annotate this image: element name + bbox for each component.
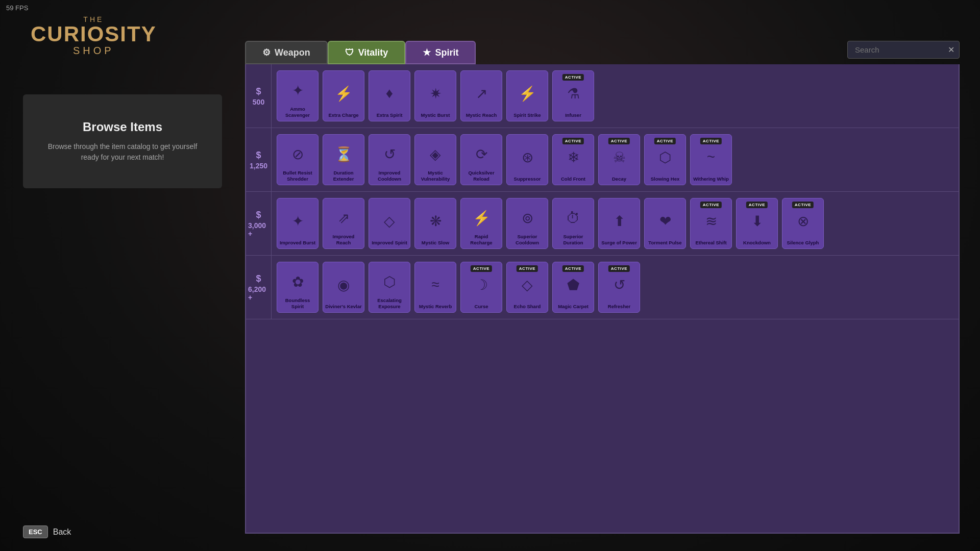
search-close-icon[interactable]: ✕	[948, 45, 954, 55]
item-card-boundless-spirit[interactable]: ✿Boundless Spirit	[277, 262, 318, 313]
item-card-mystic-vulnerability[interactable]: ◈Mystic Vulnerability	[414, 134, 456, 185]
item-icon-area: ⊚	[507, 198, 548, 234]
price-value: 1,250	[250, 162, 267, 170]
item-icon-area: ⚡	[323, 71, 364, 112]
item-card-decay[interactable]: ACTIVE☠Decay	[598, 134, 640, 185]
price-label-3: $6,200 +	[246, 256, 272, 319]
coin-icon: $	[256, 210, 261, 220]
item-card-diviner's-kevlar[interactable]: ◉Diviner's Kevlar	[323, 262, 364, 313]
item-name: Superior Duration	[553, 234, 594, 245]
item-name: Extra Charge	[326, 112, 360, 118]
browse-panel: Browse Items Browse through the item cat…	[23, 94, 222, 188]
item-icon-area: ◉	[323, 262, 364, 304]
spirit-extra-icon: ♦	[386, 85, 393, 102]
cooldown-sup-icon: ⊚	[522, 210, 533, 227]
item-card-infuser[interactable]: ACTIVE⚗Infuser	[552, 70, 594, 121]
search-input[interactable]	[847, 41, 960, 59]
reach-icon: ↗	[476, 85, 487, 102]
item-name: Suppressor	[512, 176, 543, 182]
item-card-silence-glyph[interactable]: ACTIVE⊗Silence Glyph	[782, 198, 824, 249]
item-card-ethereal-shift[interactable]: ACTIVE≋Ethereal Shift	[690, 198, 732, 249]
echo-icon: ◇	[522, 277, 533, 293]
tab-spirit[interactable]: ★ Spirit	[405, 41, 476, 64]
item-card-mystic-burst[interactable]: ✷Mystic Burst	[414, 70, 456, 121]
carpet-icon: ⬟	[567, 277, 579, 293]
spirit-imp-icon: ◇	[384, 213, 395, 230]
refresher-icon: ↺	[614, 277, 625, 293]
price-value: 3,000 +	[248, 221, 269, 238]
item-card-cold-front[interactable]: ACTIVE❄Cold Front	[552, 134, 594, 185]
item-name: Boundless Spirit	[277, 297, 318, 309]
item-icon-area: ◈	[415, 135, 456, 170]
item-name: Diviner's Kevlar	[323, 304, 363, 309]
item-card-suppressor[interactable]: ⊛Suppressor	[506, 134, 548, 185]
item-icon-area: ✷	[415, 71, 456, 112]
item-card-mystic-slow[interactable]: ❋Mystic Slow	[414, 198, 456, 249]
item-icon-area: ✦	[277, 71, 318, 106]
item-card-torment-pulse[interactable]: ❤Torment Pulse	[644, 198, 686, 249]
curse-icon: ☽	[475, 277, 488, 293]
knockdown-icon: ⬇	[751, 213, 763, 230]
item-card-improved-reach[interactable]: ⇗Improved Reach	[323, 198, 364, 249]
item-card-bullet-resist-shredder[interactable]: ⊘Bullet Resist Shredder	[277, 134, 318, 185]
item-icon-area: ⇗	[323, 198, 364, 234]
item-card-improved-burst[interactable]: ✦Improved Burst	[277, 198, 318, 249]
item-name: Ammo Scavenger	[277, 106, 318, 118]
item-card-withering-whip[interactable]: ACTIVE~Withering Whip	[690, 134, 732, 185]
item-card-escalating-exposure[interactable]: ⬡Escalating Exposure	[369, 262, 410, 313]
item-card-surge-of-power[interactable]: ⬆Surge of Power	[598, 198, 640, 249]
item-card-ammo-scavenger[interactable]: ✦Ammo Scavenger	[277, 70, 318, 121]
item-card-rapid-recharge[interactable]: ⚡Rapid Recharge	[460, 198, 502, 249]
item-name: Improved Reach	[323, 234, 364, 245]
item-icon-area: ✦	[277, 198, 318, 240]
item-name: Torment Pulse	[646, 240, 683, 245]
item-card-mystic-reverb[interactable]: ≈Mystic Reverb	[414, 262, 456, 313]
item-card-knockdown[interactable]: ACTIVE⬇Knockdown	[736, 198, 778, 249]
item-name: Decay	[610, 176, 628, 182]
tab-weapon[interactable]: ⚙ Weapon	[245, 41, 328, 64]
item-icon-area: ⏱	[553, 198, 594, 234]
item-card-improved-cooldown[interactable]: ↺Improved Cooldown	[369, 134, 410, 185]
item-card-improved-spirit[interactable]: ◇Improved Spirit	[369, 198, 410, 249]
items-row-2: ✦Improved Burst⇗Improved Reach◇Improved …	[272, 192, 959, 255]
surge-icon: ⬆	[614, 213, 625, 230]
item-card-mystic-reach[interactable]: ↗Mystic Reach	[460, 70, 502, 121]
ethereal-icon: ≋	[705, 213, 717, 230]
item-card-slowing-hex[interactable]: ACTIVE⬡Slowing Hex	[644, 134, 686, 185]
item-icon-area: ◇	[369, 198, 410, 240]
item-card-superior-cooldown[interactable]: ⊚Superior Cooldown	[506, 198, 548, 249]
item-card-spirit-strike[interactable]: ⚡Spirit Strike	[506, 70, 548, 121]
item-name: Ethereal Shift	[693, 240, 728, 245]
item-card-echo-shard[interactable]: ACTIVE◇Echo Shard	[506, 262, 548, 313]
item-card-extra-charge[interactable]: ⚡Extra Charge	[323, 70, 364, 121]
active-badge: ACTIVE	[654, 138, 676, 144]
item-card-extra-spirit[interactable]: ♦Extra Spirit	[369, 70, 410, 121]
item-name: Superior Cooldown	[507, 234, 548, 245]
esc-key[interactable]: ESC	[23, 525, 48, 538]
slowing-hex-icon: ⬡	[659, 149, 671, 166]
item-name: Extra Spirit	[375, 112, 405, 118]
price-section-3: $6,200 +✿Boundless Spirit◉Diviner's Kevl…	[246, 256, 959, 319]
item-icon-area: ≈	[415, 262, 456, 304]
item-icon-area: ❤	[645, 198, 685, 240]
item-icon-area: ⬡	[369, 262, 410, 297]
item-card-magic-carpet[interactable]: ACTIVE⬟Magic Carpet	[552, 262, 594, 313]
tab-vitality[interactable]: 🛡 Vitality	[328, 41, 406, 64]
price-section-0: $500✦Ammo Scavenger⚡Extra Charge♦Extra S…	[246, 64, 959, 128]
item-icon-area: ⟳	[461, 135, 502, 170]
item-name: Improved Cooldown	[369, 170, 410, 182]
item-name: Mystic Vulnerability	[415, 170, 456, 182]
fps-counter: 59 FPS	[6, 4, 28, 12]
item-card-duration-extender[interactable]: ⏳Duration Extender	[323, 134, 364, 185]
item-name: Rapid Recharge	[461, 234, 502, 245]
esc-back-area: ESC Back	[23, 525, 71, 538]
tabs: ⚙ Weapon 🛡 Vitality ★ Spirit	[245, 41, 476, 64]
item-card-superior-duration[interactable]: ⏱Superior Duration	[552, 198, 594, 249]
item-card-curse[interactable]: ACTIVE☽Curse	[460, 262, 502, 313]
item-icon-area: ❋	[415, 198, 456, 240]
item-name: Knockdown	[741, 240, 773, 245]
item-card-quicksilver-reload[interactable]: ⟳Quicksilver Reload	[460, 134, 502, 185]
back-label[interactable]: Back	[53, 528, 71, 537]
item-card-refresher[interactable]: ACTIVE↺Refresher	[598, 262, 640, 313]
weapon-icon: ⚙	[262, 47, 271, 58]
